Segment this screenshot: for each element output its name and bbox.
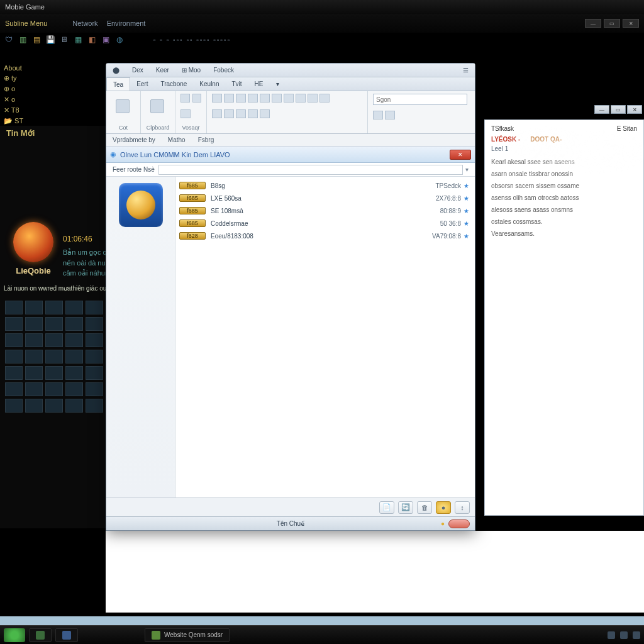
game-icon[interactable]: ◧ [87,35,97,45]
thumbnail[interactable] [5,301,23,314]
path-field[interactable] [158,165,463,175]
mini-icon[interactable] [212,94,222,103]
thumbnail[interactable] [25,333,43,347]
thumbnail[interactable] [25,382,43,396]
footer-button[interactable]: 🗑 [417,501,432,514]
mini-icon[interactable] [272,94,282,103]
mini-icon[interactable] [236,94,246,103]
ribbon-button[interactable] [146,94,169,119]
thumbnail[interactable] [45,350,63,364]
thumbnail[interactable] [5,366,23,380]
star-icon[interactable]: ★ [461,233,471,240]
thumbnail[interactable] [86,301,103,314]
thumbnail[interactable] [5,317,23,331]
chart-icon[interactable]: ▥ [18,35,28,45]
star-icon[interactable]: ★ [461,220,471,227]
thumbnail[interactable] [86,366,103,380]
mini-icon[interactable] [373,111,383,119]
status-close-button[interactable] [448,519,470,528]
ribbon-tab[interactable]: Keer [150,64,175,77]
mini-icon[interactable] [308,94,318,103]
taskbar-item[interactable] [55,628,78,642]
star-icon[interactable]: ★ [461,208,471,214]
mini-icon[interactable] [296,94,306,103]
sidebar-item[interactable]: ⊕ o [0,84,57,94]
mini-icon[interactable] [192,94,202,103]
tray-icon[interactable] [633,631,640,639]
app-menu-item[interactable]: Environment [107,19,146,27]
thumbnail[interactable] [45,366,63,380]
mini-icon[interactable] [319,94,330,103]
thumbnail[interactable] [45,399,63,413]
footer-button[interactable]: 📄 [379,501,394,514]
ribbon-tab[interactable]: Tracbone [154,77,193,91]
thumbnail[interactable] [65,366,83,380]
taskbar-item[interactable]: Website Qenm sodsr [145,628,230,642]
app-menu-item[interactable]: Network [72,19,97,27]
mini-icon[interactable] [236,109,246,118]
box-icon[interactable]: ▣ [101,35,111,45]
thumbnail[interactable] [86,382,103,396]
mini-icon[interactable] [284,94,294,103]
star-icon[interactable]: ★ [461,195,471,202]
thumbnail[interactable] [5,382,23,396]
mini-icon[interactable] [260,94,270,103]
ribbon-tab[interactable]: ⊞ Moo [175,64,207,77]
ribbon-tab[interactable]: Tvit [225,77,248,91]
thumbnail[interactable] [45,333,63,347]
mini-icon[interactable] [248,94,258,103]
thumbnail[interactable] [25,317,43,331]
file-row[interactable]: f685LXE 560sa2X76:8:8★ [179,192,471,204]
globe-icon[interactable]: ◍ [114,35,125,45]
start-button[interactable] [4,628,25,642]
monitor-icon[interactable]: 🖥 [59,35,69,45]
minimize-button[interactable]: — [594,105,609,114]
mini-icon[interactable] [180,109,191,118]
footer-button[interactable]: 🔄 [398,501,413,514]
thumbnail[interactable] [45,317,63,331]
thumbnail[interactable] [5,333,23,347]
mini-icon[interactable] [224,109,234,118]
minimize-button[interactable]: — [585,19,601,28]
close-button[interactable]: ✕ [627,105,642,114]
file-row[interactable]: f685SE 108msà80:88:9★ [179,204,471,217]
thumbnail[interactable] [86,399,103,413]
maximize-button[interactable]: ▭ [611,105,626,114]
sidebar-item[interactable]: ✕ T8 [0,105,57,116]
sidebar-item[interactable]: 📂 ST [0,116,57,126]
chevron-down-icon[interactable]: ▾ [465,166,469,173]
thumbnail[interactable] [25,350,43,364]
mini-icon[interactable] [385,111,395,119]
sidebar-item[interactable]: ✕ o [0,94,57,105]
tray-icon[interactable] [608,631,615,639]
sidebar-item[interactable]: About [0,63,57,73]
secondary-tab[interactable]: Matho [162,136,192,143]
search-input[interactable] [373,94,467,105]
file-row[interactable]: f628Eoeu/8183:008VA79:08:8★ [179,230,471,242]
mini-icon[interactable] [212,109,222,118]
thumbnail[interactable] [5,350,23,364]
star-icon[interactable]: ★ [461,182,471,189]
mini-icon[interactable] [248,109,258,118]
ribbon-tab[interactable]: Fobeck [207,64,240,77]
thumbnail[interactable] [5,399,23,413]
thumbnail[interactable] [65,382,83,396]
thumbnail[interactable] [86,350,103,364]
thumbnail[interactable] [65,399,83,413]
ribbon-tab[interactable]: Eert [130,77,154,91]
ribbon-tab[interactable]: Tea [106,77,130,91]
paste-button[interactable] [111,94,134,119]
ribbon-tab[interactable]: Keulnn [193,77,225,91]
footer-button[interactable]: ● [436,501,451,514]
thumbnail[interactable] [65,333,83,347]
thumbnail[interactable] [25,301,43,314]
thumbnail[interactable] [86,333,103,347]
thumbnail[interactable] [65,317,83,331]
taskbar-item[interactable] [29,628,52,642]
image-icon[interactable]: ▦ [73,35,83,45]
ribbon-tab[interactable]: Dex [126,64,150,77]
mini-icon[interactable] [260,109,270,118]
thumbnail[interactable] [65,301,83,314]
mini-icon[interactable] [224,94,234,103]
thumbnail[interactable] [25,366,43,380]
